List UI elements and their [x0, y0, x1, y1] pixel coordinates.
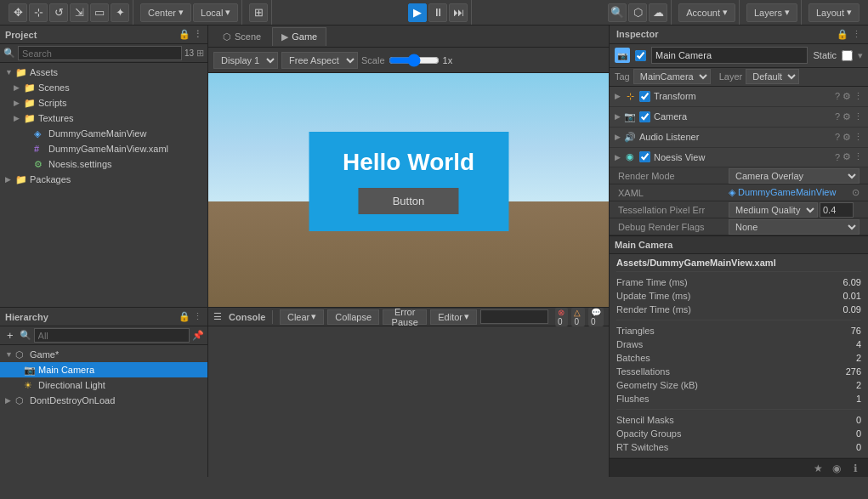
account-button[interactable]: Account ▾ — [678, 3, 735, 22]
stencil-label: Stencil Masks — [616, 415, 674, 425]
project-packages-folder[interactable]: ▶ 📁 Packages — [0, 172, 207, 187]
stats-frame-time: Frame Time (ms) 6.09 — [616, 275, 861, 289]
noesis-bottom-icon[interactable]: ◉ — [829, 461, 844, 476]
component-audio-listener[interactable]: ▶ 🔊 Audio Listener ? ⚙ ⋮ — [610, 128, 868, 148]
camera-comp-icon: 📷 — [624, 111, 636, 122]
project-scripts-folder[interactable]: ▶ 📁 Scripts — [0, 95, 207, 111]
collapse-button[interactable]: Collapse — [327, 309, 379, 325]
noesis-arrow: ▶ — [615, 153, 621, 162]
transform-checkbox[interactable] — [639, 91, 650, 102]
error-pause-button[interactable]: Error Pause — [383, 309, 427, 325]
scenes-arrow: ▶ — [14, 83, 24, 92]
cloud-button[interactable]: ☁ — [649, 3, 667, 22]
search-button[interactable]: 🔍 — [608, 3, 627, 22]
rotate-tool-button[interactable]: ↺ — [49, 3, 68, 22]
project-settings-file[interactable]: ⚙ Noesis.settings — [0, 156, 207, 172]
console-content — [208, 326, 609, 477]
project-dummyview-file[interactable]: ◈ DummyGameMainView — [0, 126, 207, 141]
static-checkbox[interactable] — [842, 50, 853, 61]
hierarchy-game-scene[interactable]: ▼ ⬡ Game* — [0, 347, 207, 362]
tag-select[interactable]: MainCamera — [633, 69, 711, 84]
hierarchy-dontdestroy[interactable]: ▶ ⬡ DontDestroyOnLoad — [0, 393, 207, 408]
project-search-input[interactable] — [18, 46, 182, 60]
local-button[interactable]: Local ▾ — [193, 3, 238, 22]
project-scenes-folder[interactable]: ▶ 📁 Scenes — [0, 80, 207, 95]
multi-tool-button[interactable]: ✦ — [111, 3, 129, 22]
layers-button[interactable]: Layers ▾ — [746, 3, 797, 22]
transform-actions: ? ⚙ ⋮ — [835, 91, 863, 102]
inspector-more-icon[interactable]: ⋮ — [852, 29, 861, 40]
camera-more-button[interactable]: ⋮ — [854, 111, 863, 122]
object-active-checkbox[interactable] — [635, 50, 646, 61]
display-select[interactable]: Display 1 — [213, 52, 278, 69]
clear-button[interactable]: Clear ▾ — [280, 309, 324, 325]
project-lock-icon[interactable]: 🔒 — [179, 29, 190, 40]
camera-checkbox[interactable] — [639, 111, 650, 122]
assets-folder-icon: 📁 — [15, 67, 27, 78]
audio-help-button[interactable]: ? — [835, 132, 840, 142]
editor-button[interactable]: Editor ▾ — [430, 309, 477, 325]
pause-button[interactable]: ⏸ — [428, 3, 447, 22]
hierarchy-lock-icon[interactable]: 🔒 — [179, 311, 190, 322]
hierarchy-search-input[interactable] — [34, 328, 190, 343]
hierarchy-pin-icon[interactable]: 📌 — [192, 330, 204, 341]
center-button[interactable]: Center ▾ — [140, 3, 191, 22]
audio-settings-button[interactable]: ⚙ — [842, 132, 851, 143]
component-camera[interactable]: ▶ 📷 Camera ? ⚙ ⋮ — [610, 107, 868, 128]
static-dropdown-icon[interactable]: ▾ — [858, 50, 863, 61]
scale-slider[interactable] — [389, 54, 440, 67]
hello-world-button[interactable]: Button — [359, 188, 459, 214]
noesis-icon: ◉ — [624, 151, 636, 163]
tessellation-quality-select[interactable]: Medium Quality — [729, 202, 818, 218]
grid-button[interactable]: ⊞ — [249, 3, 268, 22]
project-assets-folder[interactable]: ▼ 📁 Assets — [0, 65, 207, 80]
hand-tool-button[interactable]: ✥ — [9, 3, 27, 22]
star-icon[interactable]: ★ — [810, 461, 825, 476]
camera-help-button[interactable]: ? — [835, 111, 840, 122]
noesis-checkbox[interactable] — [639, 151, 650, 162]
inspector-lock-icon[interactable]: 🔒 — [837, 29, 848, 40]
hierarchy-add-button[interactable]: + — [3, 329, 17, 342]
console-search-input[interactable] — [480, 309, 548, 324]
project-filter-button[interactable]: ⊞ — [196, 48, 204, 59]
tab-game[interactable]: ▶ Game — [272, 27, 326, 46]
step-button[interactable]: ⏭ — [449, 3, 468, 22]
camera-settings-button[interactable]: ⚙ — [842, 111, 851, 122]
component-transform[interactable]: ▶ ⊹ Transform ? ⚙ ⋮ — [610, 87, 868, 107]
transform-settings-button[interactable]: ⚙ — [842, 91, 851, 102]
info-icon[interactable]: ℹ — [848, 461, 863, 476]
hierarchy-title: Hierarchy — [5, 312, 48, 322]
hierarchy-more-icon[interactable]: ⋮ — [193, 311, 202, 322]
noesis-settings-button[interactable]: ⚙ — [842, 151, 851, 162]
object-name-input[interactable] — [651, 47, 808, 64]
tessellation-value-input[interactable] — [820, 202, 854, 218]
pivot-tools: Center ▾ Local ▾ — [137, 0, 242, 25]
play-button[interactable]: ▶ — [408, 3, 427, 22]
transform-help-button[interactable]: ? — [835, 91, 840, 101]
scale-tool-button[interactable]: ⇲ — [70, 3, 88, 22]
debug-select[interactable]: None — [729, 219, 859, 235]
noesis-help-button[interactable]: ? — [835, 152, 840, 162]
move-tool-button[interactable]: ⊹ — [29, 3, 48, 22]
component-noesis-view[interactable]: ▶ ◉ Noesis View ? ⚙ ⋮ — [610, 148, 868, 168]
project-textures-folder[interactable]: ▶ 📁 Textures — [0, 111, 207, 126]
noesis-more-button[interactable]: ⋮ — [854, 151, 863, 162]
xaml-label: XAML — [618, 188, 729, 198]
aspect-select[interactable]: Free Aspect — [281, 52, 358, 69]
audio-more-button[interactable]: ⋮ — [854, 132, 863, 143]
project-dummyxaml-file[interactable]: # DummyGameMainView.xaml — [0, 141, 207, 156]
render-mode-select[interactable]: Camera Overlay — [729, 168, 859, 184]
hierarchy-main-camera[interactable]: 📷 Main Camera — [0, 362, 207, 377]
project-more-icon[interactable]: ⋮ — [193, 29, 202, 40]
layout-button[interactable]: Layout ▾ — [808, 3, 859, 22]
xaml-pick-button[interactable]: ⊙ — [852, 187, 859, 198]
tab-scene[interactable]: ⬡ Scene — [213, 27, 270, 46]
scripts-folder-icon: 📁 — [24, 98, 36, 109]
rect-tool-button[interactable]: ▭ — [90, 3, 109, 22]
layer-select[interactable]: Default — [746, 69, 799, 84]
hierarchy-directional-light[interactable]: ☀ Directional Light — [0, 377, 207, 393]
transform-more-button[interactable]: ⋮ — [854, 91, 863, 102]
scale-label: Scale — [361, 55, 385, 65]
collab-button[interactable]: ⬡ — [628, 3, 647, 22]
clear-dropdown-icon: ▾ — [311, 311, 316, 322]
